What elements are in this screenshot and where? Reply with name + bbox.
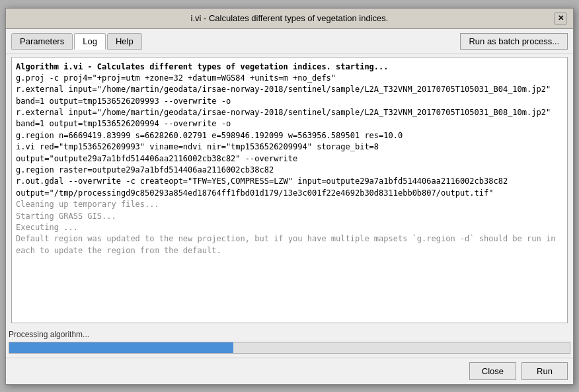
log-line: Default region was updated to the new pr… [16,233,563,256]
log-line: r.external input="/home/martin/geodata/i… [16,84,563,107]
status-text: Processing algorithm... [9,330,89,339]
progress-track [9,342,570,354]
status-bar: Processing algorithm... [6,326,573,340]
tab-parameters[interactable]: Parameters [11,33,73,50]
title-bar: i.vi - Calculates different types of veg… [6,9,573,29]
close-button[interactable]: Close [469,362,516,380]
tab-help[interactable]: Help [107,33,142,50]
content-area: Algorithm i.vi - Calculates different ty… [6,54,573,326]
footer: Close Run [6,358,573,384]
tab-bar: Parameters Log Help [11,33,142,50]
log-line: Starting GRASS GIS... [16,211,563,222]
toolbar: Parameters Log Help Run as batch process… [6,29,573,54]
close-window-button[interactable]: ✕ [555,13,566,24]
log-line: g.region n=6669419.83999 s=6628260.02791… [16,130,563,141]
log-line: r.external input="/home/martin/geodata/i… [16,107,563,130]
tab-log[interactable]: Log [74,33,106,50]
log-line: r.out.gdal --overwrite -c createopt="TFW… [16,176,563,199]
run-batch-button[interactable]: Run as batch process... [460,33,568,50]
progress-container [6,340,573,358]
log-line: g.region raster=outpute29a7a1bfd514406aa… [16,165,563,176]
log-line: Cleaning up temporary files... [16,199,563,210]
progress-fill [9,342,233,353]
window-title: i.vi - Calculates different types of veg… [24,13,555,23]
close-icon: ✕ [558,14,564,22]
log-line: g.proj -c proj4="+proj=utm +zone=32 +dat… [16,73,563,84]
log-line: Algorithm i.vi - Calculates different ty… [16,61,563,73]
log-output[interactable]: Algorithm i.vi - Calculates different ty… [11,57,568,323]
run-button[interactable]: Run [521,362,568,380]
log-line: Executing ... [16,222,563,233]
log-line: i.vi red="tmp1536526209993" viname=ndvi … [16,141,563,165]
main-dialog: i.vi - Calculates different types of veg… [5,8,574,385]
